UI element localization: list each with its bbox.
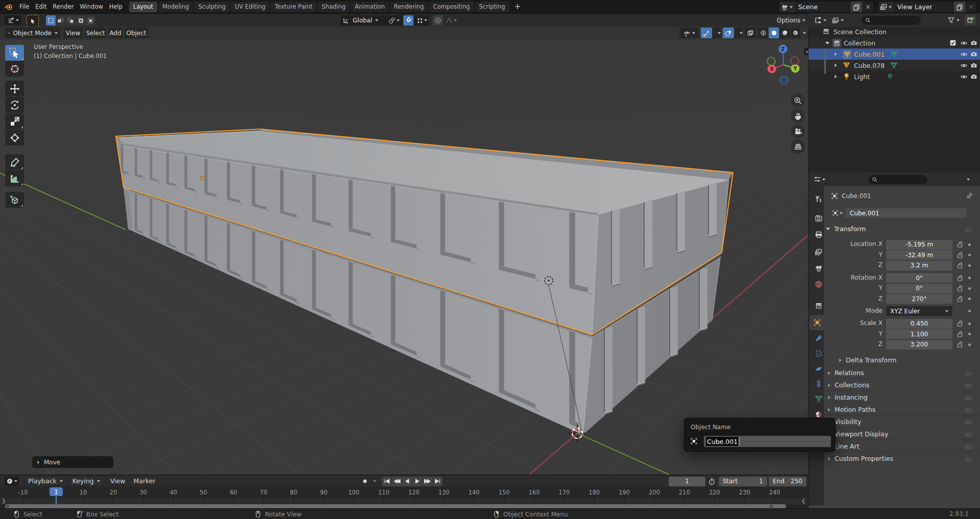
prop-field-rotation-x[interactable]: 0° — [886, 273, 952, 283]
lock-toggle[interactable] — [957, 262, 963, 269]
menu-file[interactable]: File — [16, 0, 32, 13]
transport-play[interactable] — [412, 477, 422, 486]
workspace-tab-sculpting[interactable]: Sculpting — [194, 2, 230, 12]
hide-viewport-toggle[interactable] — [960, 39, 968, 47]
prop-field-y[interactable]: 1.100 — [886, 329, 952, 339]
show-overlays[interactable] — [723, 28, 734, 38]
shading-dropdown[interactable] — [801, 28, 808, 38]
workspace-tab-modeling[interactable]: Modeling — [158, 2, 193, 12]
popup-name-input[interactable]: Cube.001 — [704, 436, 831, 447]
prop-field-z[interactable]: 3.200 — [886, 340, 952, 350]
select-mode-invert[interactable] — [76, 15, 86, 26]
disable-render-toggle[interactable] — [970, 73, 977, 80]
properties-tab-tool[interactable] — [810, 191, 827, 207]
transport-jump-start[interactable] — [382, 477, 391, 486]
menu-help[interactable]: Help — [106, 0, 126, 13]
hide-viewport-toggle[interactable] — [960, 51, 968, 58]
new-view-layer-button[interactable] — [954, 2, 965, 12]
new-scene-button[interactable] — [851, 2, 862, 12]
outliner-filter[interactable] — [947, 16, 960, 24]
timeline-view-menu[interactable]: View — [110, 477, 126, 485]
workspace-tab-animation[interactable]: Animation — [351, 2, 389, 12]
vp-camera-button[interactable] — [791, 124, 805, 138]
sidebar-collapse-arrow[interactable]: < — [804, 48, 808, 55]
lock-toggle[interactable] — [957, 241, 963, 248]
scene-icon[interactable] — [779, 2, 794, 12]
properties-tab-object-data[interactable] — [810, 391, 827, 406]
frame-end-field[interactable]: End250 — [769, 477, 806, 486]
view-layer-name[interactable]: View Layer — [893, 3, 954, 11]
select-mode-extend[interactable] — [56, 15, 66, 26]
select-mode-new[interactable] — [46, 15, 56, 26]
outliner-row-cube-001[interactable]: Cube.001 — [808, 48, 980, 60]
panel-drag-handle[interactable] — [965, 408, 972, 413]
hide-viewport-toggle[interactable] — [960, 73, 968, 81]
lock-toggle[interactable] — [957, 341, 963, 348]
prop-field-z[interactable]: 3.2 m — [886, 261, 952, 270]
keying-menu[interactable]: Keying — [68, 476, 104, 486]
panel-header-instancing[interactable]: Instancing — [828, 393, 868, 401]
timeline-marker-menu[interactable]: Marker — [133, 477, 155, 485]
tool-measure[interactable] — [5, 170, 24, 186]
outliner-row-cube-078[interactable]: Cube.078 — [808, 60, 980, 71]
collection-checkbox[interactable] — [949, 39, 957, 46]
scene-name[interactable]: Scene — [794, 3, 851, 11]
auto-key-toggle[interactable] — [359, 477, 370, 486]
prop-field-z[interactable]: 270° — [886, 294, 952, 304]
shading-material[interactable] — [779, 28, 790, 38]
lock-toggle[interactable] — [957, 285, 963, 292]
use-preview-range-toggle[interactable] — [707, 477, 717, 486]
prop-field-y[interactable]: -32.49 m — [886, 250, 952, 260]
panel-drag-handle[interactable] — [965, 457, 972, 462]
auto-key-settings[interactable] — [371, 477, 378, 486]
mode-dropdown[interactable]: Object Mode — [5, 28, 61, 38]
blender-logo[interactable] — [4, 3, 13, 11]
shading-rendered[interactable] — [790, 28, 800, 38]
vp-zoom-button[interactable] — [791, 93, 805, 108]
outliner-search[interactable] — [862, 16, 921, 25]
lock-toggle[interactable] — [957, 331, 963, 338]
hide-viewport-toggle[interactable] — [960, 62, 968, 69]
show-object-types[interactable] — [679, 28, 699, 38]
viewport-3d[interactable]: User Perspective(1) Collection | Cube.00… — [0, 40, 808, 475]
panel-header-motion-paths[interactable]: Motion Paths — [828, 406, 875, 413]
workspace-tab-shading[interactable]: Shading — [317, 2, 350, 12]
remove-view-layer-button[interactable] — [965, 2, 976, 12]
tool-rotate[interactable] — [5, 97, 24, 113]
properties-tab-render[interactable] — [810, 211, 827, 226]
prop-field-y[interactable]: 0° — [886, 284, 952, 293]
animate-dot[interactable] — [968, 277, 971, 279]
tool-selector[interactable] — [5, 15, 21, 25]
timeline-scrollbar[interactable] — [5, 504, 786, 508]
disable-render-toggle[interactable] — [970, 39, 977, 46]
vp-pan-button[interactable] — [791, 109, 805, 123]
viewport-menu-select[interactable]: Select — [85, 28, 106, 38]
workspace-tab-rendering[interactable]: Rendering — [390, 2, 428, 12]
transport-next-key[interactable] — [423, 477, 432, 486]
options-button[interactable]: Options — [777, 15, 805, 26]
pivot-point[interactable] — [384, 15, 404, 26]
lock-toggle[interactable] — [957, 320, 963, 327]
delta-transform-header[interactable]: Delta Transform — [839, 356, 897, 364]
toggle-xray[interactable] — [745, 28, 756, 38]
animate-dot[interactable] — [968, 264, 971, 267]
animate-dot[interactable] — [968, 343, 971, 346]
rotation-mode-dropdown[interactable]: XYZ Euler — [886, 306, 952, 316]
outliner-row-scene collection[interactable]: Scene Collection — [808, 26, 980, 37]
panel-drag-handle[interactable] — [965, 444, 972, 450]
unlink-scene-button[interactable] — [862, 2, 873, 12]
workspace-tab-uv-editing[interactable]: UV Editing — [231, 2, 270, 12]
menu-render[interactable]: Render — [50, 0, 77, 13]
disable-render-toggle[interactable] — [970, 62, 977, 69]
lock-toggle[interactable] — [957, 275, 963, 282]
operator-panel-move[interactable]: Move — [32, 456, 113, 468]
panel-header-relations[interactable]: Relations — [828, 369, 864, 377]
menu-edit[interactable]: Edit — [32, 0, 50, 13]
viewport-menu-view[interactable]: View — [63, 28, 83, 38]
disable-render-toggle[interactable] — [970, 51, 977, 58]
active-tool-button[interactable] — [27, 15, 39, 27]
panel-drag-handle[interactable] — [965, 396, 972, 401]
select-mode-intersect[interactable] — [86, 15, 95, 26]
panel-drag-handle[interactable] — [965, 420, 972, 425]
viewport-menu-add[interactable]: Add — [108, 28, 122, 38]
